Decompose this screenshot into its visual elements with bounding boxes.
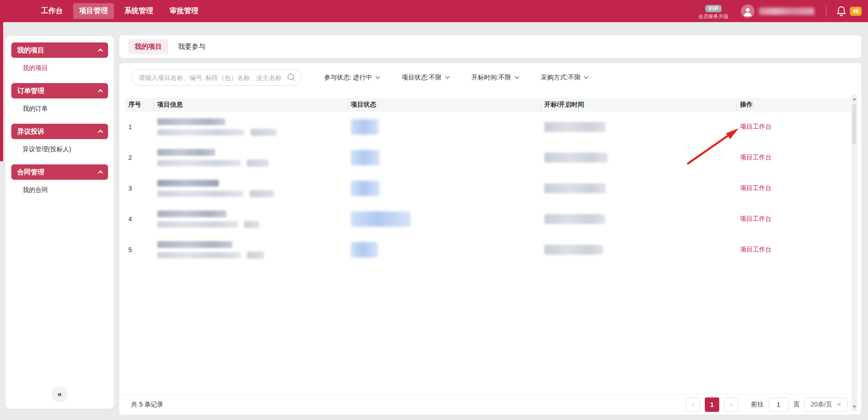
chevron-up-icon: [98, 130, 103, 135]
sidebar-item-my-contracts[interactable]: 我的合同: [5, 180, 114, 201]
project-workbench-link[interactable]: 项目工作台: [740, 154, 772, 161]
project-info-redacted: [154, 180, 347, 197]
sidebar-section-contract-management[interactable]: 合同管理: [11, 164, 108, 180]
project-workbench-link[interactable]: 项目工作台: [740, 184, 772, 191]
search-input[interactable]: [131, 69, 302, 86]
chevron-up-icon: [98, 48, 103, 53]
filter-bid-opening-time[interactable]: 开标时间:不限: [472, 74, 519, 82]
tab-want-to-participate[interactable]: 我要参与: [172, 39, 212, 54]
column-header-operation: 操作: [736, 101, 852, 109]
status-badge-redacted: [347, 211, 541, 227]
filter-label: 采购方式:不限: [541, 74, 581, 82]
sidebar-section-title: 订单管理: [17, 87, 44, 95]
status-badge-redacted: [347, 242, 541, 257]
chevron-down-icon: [584, 75, 589, 79]
sidebar-collapse-button[interactable]: «: [52, 386, 68, 402]
vip-upgrade[interactable]: VIP 会员服务升级: [698, 5, 728, 20]
next-page-button[interactable]: ›: [724, 397, 738, 412]
project-workbench-link[interactable]: 项目工作台: [740, 123, 772, 130]
sidebar-section-title: 合同管理: [17, 168, 44, 177]
page-size-select[interactable]: 20条/页: [804, 397, 848, 412]
row-serial: 5: [125, 246, 154, 253]
topnav-item-approval-management[interactable]: 审批管理: [164, 3, 204, 19]
topbar-right: VIP 会员服务升级 46: [698, 0, 862, 22]
opening-time-redacted: [541, 153, 736, 163]
status-badge-redacted: [347, 119, 541, 135]
chevron-down-icon: [514, 75, 519, 79]
notification-bell-icon[interactable]: [836, 6, 846, 17]
topbar-divider: [826, 6, 826, 16]
chevron-up-icon: [98, 170, 103, 175]
row-serial: 1: [125, 123, 154, 131]
status-badge-redacted: [347, 150, 541, 165]
filter-label: 项目状态:不限: [402, 74, 442, 82]
sidebar-item-my-projects[interactable]: 我的项目: [5, 58, 114, 79]
chevron-down-icon: [375, 75, 380, 79]
row-serial: 3: [125, 185, 154, 192]
table-row: 3 项目工作台: [125, 173, 852, 204]
sidebar-item-objection-management[interactable]: 异议管理(投标人): [5, 139, 114, 160]
opening-time-redacted: [541, 122, 736, 132]
project-info-redacted: [154, 118, 347, 136]
scroll-up-arrow-icon[interactable]: [853, 98, 856, 100]
sidebar-section-title: 我的项目: [17, 46, 44, 55]
project-workbench-link[interactable]: 项目工作台: [740, 246, 772, 253]
filter-participation-status[interactable]: 参与状态: 进行中: [324, 74, 379, 82]
topnav-item-system-management[interactable]: 系统管理: [118, 3, 159, 19]
pagination-bar: 共 5 条记录 ‹ 1 › 前往 页 20条/页: [119, 394, 861, 415]
tab-my-projects[interactable]: 我的项目: [128, 39, 168, 54]
notification-count-badge[interactable]: 46: [850, 7, 862, 16]
user-avatar-icon[interactable]: [741, 5, 755, 18]
sidebar: 我的项目 我的项目 订单管理 我的订单 异议投诉 异议管理(投标人) 合同管理 …: [5, 36, 114, 409]
column-header-opening-time: 开标/开启时间: [541, 101, 736, 109]
vip-icon: VIP: [705, 5, 722, 12]
opening-time-redacted: [541, 183, 736, 193]
goto-label: 前往: [751, 401, 764, 409]
chevron-down-icon: [445, 75, 449, 79]
chevron-up-icon: [98, 89, 103, 94]
table-header: 序号 项目信息 项目状态 开标/开启时间 操作: [125, 98, 852, 112]
sidebar-section-objection-complaint[interactable]: 异议投诉: [11, 124, 108, 139]
table-row: 5 项目工作台: [125, 234, 852, 265]
project-info-redacted: [154, 210, 347, 228]
left-accent-strip: [0, 22, 3, 161]
search-icon[interactable]: [287, 73, 296, 84]
scrollbar-thumb[interactable]: [852, 104, 856, 145]
project-info-redacted: [154, 149, 347, 167]
table-row: 1 项目工作台: [125, 112, 852, 142]
tabs-card: 我的项目 我要参与: [119, 35, 861, 58]
top-nav: 工作台 项目管理 系统管理 审批管理: [35, 3, 204, 19]
vertical-scrollbar[interactable]: [851, 95, 857, 411]
current-page-button[interactable]: 1: [705, 397, 719, 412]
vip-caption: 会员服务升级: [698, 13, 728, 20]
opening-time-redacted: [541, 245, 736, 255]
filter-label: 开标时间:不限: [472, 74, 511, 82]
row-serial: 4: [125, 215, 154, 223]
column-header-project-info: 项目信息: [154, 101, 347, 109]
project-workbench-link[interactable]: 项目工作台: [740, 215, 772, 222]
column-header-serial: 序号: [125, 101, 154, 109]
column-header-project-status: 项目状态: [347, 101, 541, 109]
sidebar-section-order-management[interactable]: 订单管理: [11, 83, 108, 98]
filter-project-status[interactable]: 项目状态:不限: [402, 74, 449, 82]
page-unit-label: 页: [793, 401, 800, 409]
username-redacted[interactable]: [759, 8, 814, 15]
chevron-down-icon: [837, 403, 841, 406]
goto-page-input[interactable]: [768, 397, 789, 412]
table-row: 4 项目工作台: [125, 204, 852, 234]
record-count-text: 共 5 条记录: [131, 401, 164, 409]
sidebar-item-my-orders[interactable]: 我的订单: [5, 98, 114, 119]
project-list-card: 参与状态: 进行中 项目状态:不限 开标时间:不限 采购方式:不限 序号 项目信…: [119, 63, 861, 415]
table-row: 2 项目工作台: [125, 142, 852, 173]
search-box: [131, 69, 302, 86]
status-badge-redacted: [347, 181, 541, 196]
filter-label: 参与状态: 进行中: [324, 74, 372, 82]
topnav-item-project-management[interactable]: 项目管理: [73, 3, 114, 19]
row-serial: 2: [125, 154, 154, 161]
topnav-item-workbench[interactable]: 工作台: [35, 3, 69, 19]
top-navigation-bar: 工作台 项目管理 系统管理 审批管理 VIP 会员服务升级 46: [0, 0, 868, 22]
project-info-redacted: [154, 241, 347, 259]
filter-procurement-method[interactable]: 采购方式:不限: [541, 74, 588, 82]
sidebar-section-my-projects[interactable]: 我的项目: [11, 42, 108, 58]
prev-page-button[interactable]: ‹: [686, 397, 700, 412]
